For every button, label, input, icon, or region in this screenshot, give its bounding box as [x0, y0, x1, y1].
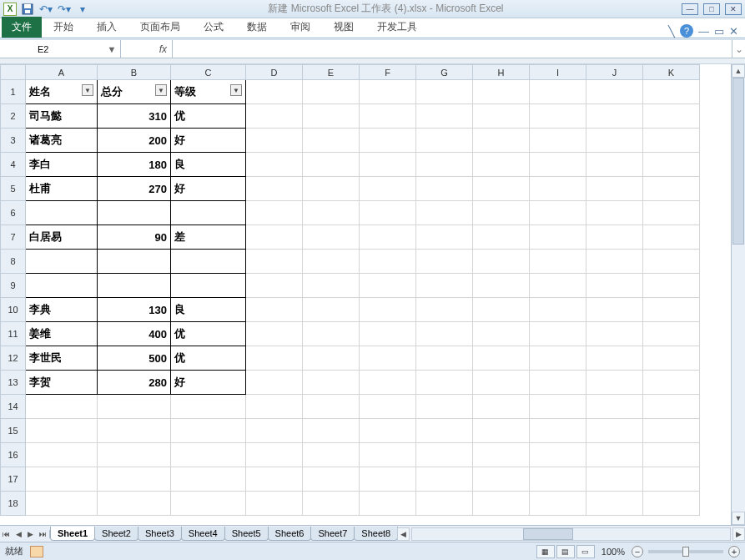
cell-G8[interactable] [416, 250, 473, 274]
cell-F3[interactable] [360, 129, 416, 153]
cell-D11[interactable] [246, 322, 303, 346]
cell-D13[interactable] [246, 371, 303, 395]
cell-K3[interactable] [643, 129, 700, 153]
cell-F6[interactable] [360, 201, 416, 225]
cell-F10[interactable] [360, 298, 416, 322]
cell-C15[interactable] [171, 419, 246, 443]
hscroll-thumb[interactable] [523, 528, 573, 540]
cell-C4[interactable]: 良 [171, 153, 246, 177]
filter-dropdown-icon[interactable]: ▼ [82, 84, 93, 96]
cell-G1[interactable] [416, 80, 473, 104]
cell-J10[interactable] [586, 298, 643, 322]
cell-H7[interactable] [473, 225, 530, 250]
cell-C16[interactable] [171, 443, 246, 467]
scroll-up-icon[interactable]: ▲ [732, 64, 745, 78]
cell-B3[interactable]: 200 [98, 129, 171, 153]
cell-B2[interactable]: 310 [98, 104, 171, 129]
row-header-13[interactable]: 13 [1, 371, 26, 395]
sheet-tab-Sheet4[interactable]: Sheet4 [181, 527, 225, 541]
vscroll-thumb[interactable] [732, 78, 744, 245]
cell-J11[interactable] [586, 322, 643, 346]
tab-review[interactable]: 审阅 [279, 17, 322, 38]
cell-K8[interactable] [643, 250, 700, 274]
cell-C18[interactable] [171, 492, 246, 516]
cell-J14[interactable] [586, 395, 643, 419]
cell-B17[interactable] [98, 467, 171, 492]
cell-E3[interactable] [303, 129, 360, 153]
restore-button[interactable]: □ [703, 3, 720, 15]
select-all-corner[interactable] [1, 65, 26, 80]
cell-D4[interactable] [246, 153, 303, 177]
cell-C13[interactable]: 好 [171, 371, 246, 395]
window-close-icon[interactable]: ✕ [729, 25, 738, 38]
cell-D2[interactable] [246, 104, 303, 129]
cell-I5[interactable] [530, 177, 586, 201]
cell-H16[interactable] [473, 443, 530, 467]
ribbon-minimize-icon[interactable]: ╲ [668, 25, 675, 38]
cell-I10[interactable] [530, 298, 586, 322]
column-header-B[interactable]: B [98, 65, 171, 80]
scroll-down-icon[interactable]: ▼ [732, 512, 745, 525]
view-page-layout-button[interactable]: ▤ [556, 545, 575, 558]
cell-D9[interactable] [246, 274, 303, 298]
cell-I7[interactable] [530, 225, 586, 250]
cell-H18[interactable] [473, 492, 530, 516]
cell-C6[interactable] [171, 201, 246, 225]
cell-E10[interactable] [303, 298, 360, 322]
cell-A14[interactable] [26, 395, 98, 419]
cell-F15[interactable] [360, 419, 416, 443]
cell-E6[interactable] [303, 201, 360, 225]
hscroll-left-icon[interactable]: ◀ [397, 527, 410, 541]
cell-F4[interactable] [360, 153, 416, 177]
cell-F8[interactable] [360, 250, 416, 274]
minimize-button[interactable]: — [682, 3, 698, 15]
cell-K5[interactable] [643, 177, 700, 201]
cell-K2[interactable] [643, 104, 700, 129]
cell-G3[interactable] [416, 129, 473, 153]
cell-B6[interactable] [98, 201, 171, 225]
cell-I17[interactable] [530, 467, 586, 492]
filter-dropdown-icon[interactable]: ▼ [230, 84, 242, 96]
sheet-nav-first-icon[interactable]: ⏮ [0, 530, 13, 538]
cell-A12[interactable]: 李世民 [26, 346, 98, 371]
cell-C8[interactable] [171, 250, 246, 274]
cell-E5[interactable] [303, 177, 360, 201]
cell-C17[interactable] [171, 467, 246, 492]
cell-B15[interactable] [98, 419, 171, 443]
cell-F16[interactable] [360, 443, 416, 467]
cell-K17[interactable] [643, 467, 700, 492]
cell-J5[interactable] [586, 177, 643, 201]
cell-C11[interactable]: 优 [171, 322, 246, 346]
cell-G13[interactable] [416, 371, 473, 395]
cell-I16[interactable] [530, 443, 586, 467]
row-header-10[interactable]: 10 [1, 298, 26, 322]
cell-K13[interactable] [643, 371, 700, 395]
cell-A18[interactable] [26, 492, 98, 516]
cell-K14[interactable] [643, 395, 700, 419]
tab-home[interactable]: 开始 [42, 17, 85, 38]
cell-C5[interactable]: 好 [171, 177, 246, 201]
cell-G2[interactable] [416, 104, 473, 129]
cell-D14[interactable] [246, 395, 303, 419]
cell-E9[interactable] [303, 274, 360, 298]
row-header-2[interactable]: 2 [1, 104, 26, 129]
cell-K18[interactable] [643, 492, 700, 516]
cell-D12[interactable] [246, 346, 303, 371]
cell-J16[interactable] [586, 443, 643, 467]
cell-H6[interactable] [473, 201, 530, 225]
formula-input[interactable] [173, 40, 732, 58]
cell-K9[interactable] [643, 274, 700, 298]
cell-K6[interactable] [643, 201, 700, 225]
cell-D17[interactable] [246, 467, 303, 492]
cell-E17[interactable] [303, 467, 360, 492]
macro-record-icon[interactable] [30, 546, 43, 557]
cell-G6[interactable] [416, 201, 473, 225]
filter-dropdown-icon[interactable]: ▼ [155, 84, 167, 96]
cell-A4[interactable]: 李白 [26, 153, 98, 177]
cell-I1[interactable] [530, 80, 586, 104]
cell-D10[interactable] [246, 298, 303, 322]
cell-A2[interactable]: 司马懿 [26, 104, 98, 129]
cell-A6[interactable] [26, 201, 98, 225]
cell-H13[interactable] [473, 371, 530, 395]
row-header-8[interactable]: 8 [1, 250, 26, 274]
